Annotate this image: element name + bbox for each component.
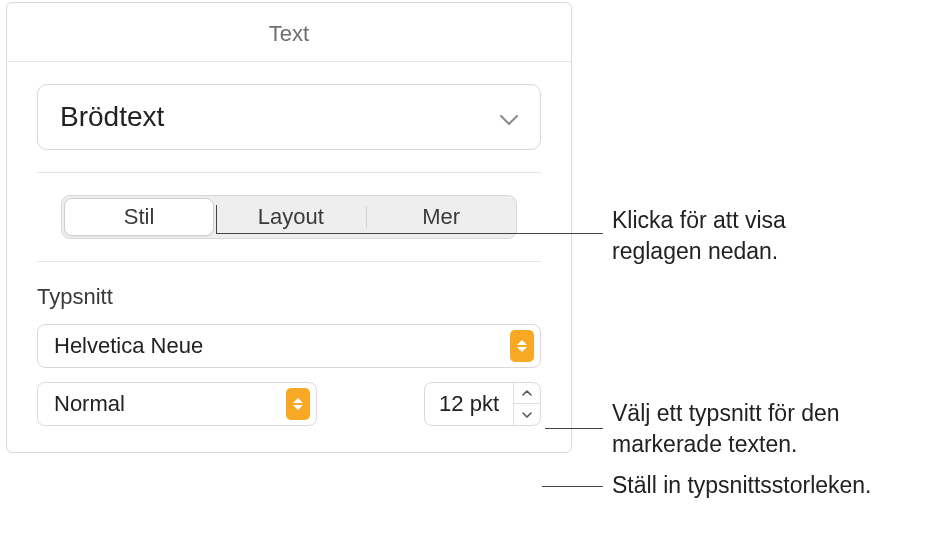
font-size-stepper [513,382,540,426]
callout-text: Välj ett typsnitt för den markerade text… [612,398,932,460]
tab-label: Mer [422,204,460,230]
tab-label: Layout [258,204,324,230]
stepper-up-button[interactable] [514,382,540,404]
font-weight-dropdown[interactable]: Normal [37,382,317,426]
tab-label: Stil [124,204,155,230]
font-size-value: 12 pkt [425,391,513,417]
font-section-label: Typsnitt [37,284,541,310]
font-row-2: Normal 12 pkt [37,382,541,426]
font-size-field[interactable]: 12 pkt [424,382,541,426]
divider [37,172,541,173]
callout-leader [216,205,217,233]
tab-mer[interactable]: Mer [367,196,517,238]
stepper-down-button[interactable] [514,404,540,426]
popup-handle-icon [510,330,534,362]
font-family-value: Helvetica Neue [54,333,203,359]
callout-leader [542,486,603,487]
popup-handle-icon [286,388,310,420]
text-format-panel: Text Brödtext Stil Layout Mer Typsnitt H… [6,2,572,453]
paragraph-style-value: Brödtext [60,101,164,133]
tab-layout[interactable]: Layout [216,196,366,238]
tab-stil[interactable]: Stil [64,198,214,236]
callout-leader [545,428,603,429]
callout-text: Ställ in typsnittsstorleken. [612,470,952,501]
paragraph-style-dropdown[interactable]: Brödtext [37,84,541,150]
panel-body: Brödtext Stil Layout Mer Typsnitt Helvet… [7,62,571,452]
chevron-down-icon [500,101,518,133]
font-family-dropdown[interactable]: Helvetica Neue [37,324,541,368]
divider [37,261,541,262]
font-weight-value: Normal [54,391,125,417]
panel-title: Text [7,3,571,62]
callout-leader [216,233,603,234]
callout-text: Klicka för att visa reglagen nedan. [612,205,852,267]
